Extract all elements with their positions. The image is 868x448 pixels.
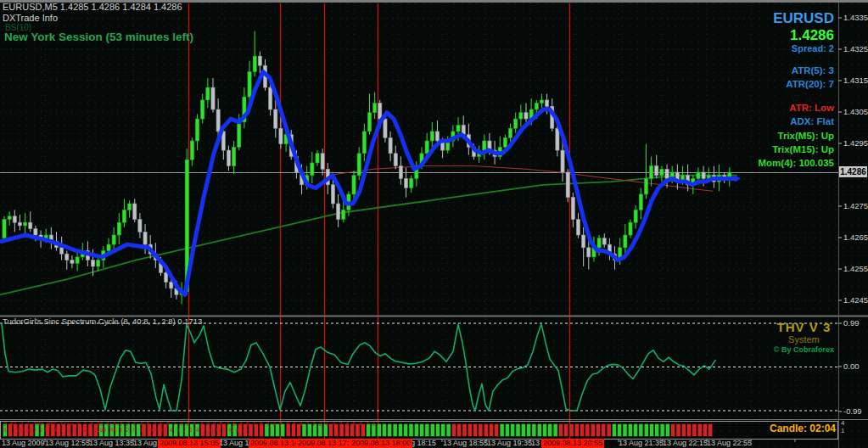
vline-time-badge: 2009.08.13 15:05 [158, 439, 221, 448]
time-tick-label: 13 Aug 22:15 [663, 439, 708, 447]
time-tick-label: 13 Aug 13:35 [89, 439, 134, 447]
current-price-badge: 1.4286 [839, 166, 867, 177]
info-item-8: Trix(M15): Up [759, 144, 834, 155]
chart-title: EURUSD,M5 1.4285 1.4286 1.4284 1.4286 DX… [3, 2, 182, 23]
price-tick-label: 1.4335 [843, 14, 868, 23]
thv-credit: © By Cobraforex [774, 345, 834, 354]
time-tick-label: 13 Aug 2009 [2, 439, 45, 447]
price-tick-label: 1.4255 [843, 265, 868, 274]
info-item-1: 1.4286 [759, 27, 834, 44]
info-item-0: EURUSD [759, 10, 834, 27]
price-tick-label: 1.4245 [843, 296, 868, 305]
vline-time-badge: 2009.08.13 18:00 [350, 439, 412, 448]
dashboard-info-panel: EURUSD1.4286Spread: 2ATR(5): 3ATR(20): 7… [759, 10, 834, 169]
strip-overlay-text-2: 85 P84 W83 77:84 7 2 2:201 2009 M8 8 2 5… [3, 428, 246, 434]
thv-watermark: THV V 3 System © By Cobraforex [774, 320, 834, 354]
price-tick-label: 1.4315 [843, 76, 868, 86]
symbol-ohlc-line: EURUSD,M5 1.4285 1.4286 1.4284 1.4286 [3, 2, 182, 13]
price-tick-label: 1.4275 [843, 202, 868, 211]
info-item-2: Spread: 2 [759, 43, 834, 54]
subtitle-line: DXTrade Info [3, 13, 182, 24]
price-tick-label: 1.4325 [843, 45, 868, 54]
time-tick-label: 13 Aug 21:35 [619, 439, 664, 447]
thv-title: THV V 3 [774, 320, 834, 334]
strip-scale-bottom: 1 [841, 427, 844, 434]
time-tick-label: 13 Aug 22:55 [707, 439, 752, 447]
time-tick-label: 13 Aug 12:55 [45, 439, 90, 447]
vline-time-badge: 2009.08.13 20:55 [541, 439, 604, 448]
info-item-5: ATR: Low [759, 103, 834, 114]
oscillator-tick-label: 0.99 [843, 319, 860, 328]
info-item-3: ATR(5): 3 [759, 65, 834, 76]
oscillator-name-label: TudorGirl's Sinc Spectrum Cycle (8, 40:8… [3, 317, 202, 327]
session-banner: New York Session (53 minutes left) [4, 31, 193, 44]
oscillator-tick-label: -0.99 [843, 407, 862, 417]
strip-scale-top: 4 [841, 419, 844, 427]
info-item-7: Trix(M5): Up [759, 131, 834, 142]
time-tick-label: 13 Aug 19:35 [487, 439, 532, 447]
info-item-4: ATR(20): 7 [759, 79, 834, 90]
price-tick-label: 1.4265 [843, 233, 868, 243]
price-tick-label: 1.4305 [843, 108, 868, 117]
mt4-chart-window: EURUSD,M5 1.4285 1.4286 1.4284 1.4286 DX… [0, 0, 868, 448]
oscillator-tick-label: 0.00 [843, 362, 860, 372]
thv-subtitle: System [774, 334, 834, 345]
info-item-6: ADX: Flat [759, 116, 834, 127]
time-tick-label: 13 Aug 18:55 [443, 439, 488, 447]
time-axis[interactable]: 13 Aug 200913 Aug 12:5513 Aug 13:3513 Au… [0, 438, 868, 448]
candle-countdown: Candle: 02:04 [770, 423, 836, 435]
chart-area[interactable] [0, 0, 868, 448]
info-item-9: Mom(4): 100.035 [759, 158, 834, 169]
price-tick-label: 1.4295 [843, 139, 868, 148]
